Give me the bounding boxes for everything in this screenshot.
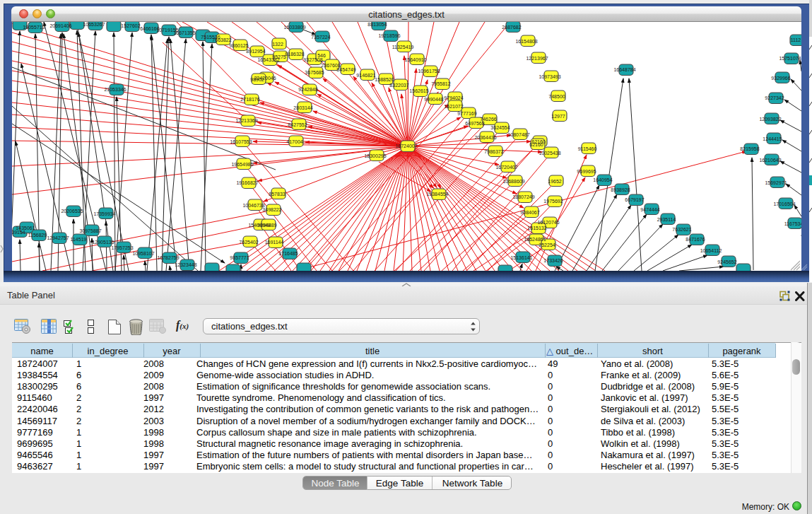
svg-text:10961758: 10961758 — [418, 69, 440, 74]
svg-text:15640910: 15640910 — [404, 57, 426, 62]
svg-text:417004: 417004 — [286, 139, 302, 144]
svg-text:9146821: 9146821 — [356, 73, 375, 78]
svg-text:8427552: 8427552 — [288, 122, 307, 127]
svg-text:3624554: 3624554 — [490, 125, 510, 130]
svg-text:16671355: 16671355 — [173, 30, 195, 35]
svg-text:20206535: 20206535 — [61, 209, 83, 214]
svg-text:10654112: 10654112 — [700, 248, 722, 253]
svg-text:10688609: 10688609 — [502, 179, 524, 184]
svg-text:7663822: 7663822 — [212, 37, 231, 42]
svg-text:16033809: 16033809 — [283, 25, 305, 30]
svg-text:7955812: 7955812 — [431, 81, 450, 86]
svg-text:9794024: 9794024 — [444, 95, 463, 100]
svg-text:9245652: 9245652 — [717, 259, 736, 264]
svg-text:12977: 12977 — [551, 114, 565, 119]
svg-text:7357224: 7357224 — [311, 35, 330, 40]
svg-text:62160: 62160 — [529, 142, 543, 147]
svg-text:9094489: 9094489 — [257, 223, 276, 228]
svg-text:3716485: 3716485 — [278, 251, 298, 256]
svg-text:17016504: 17016504 — [773, 201, 795, 206]
svg-text:1621072: 1621072 — [444, 104, 463, 109]
svg-text:8186328: 8186328 — [285, 52, 304, 57]
svg-text:2935114: 2935114 — [657, 217, 676, 222]
svg-text:16720407: 16720407 — [495, 165, 517, 170]
svg-text:17957253: 17957253 — [111, 245, 133, 250]
svg-text:8215958: 8215958 — [740, 146, 759, 151]
svg-text:19654985: 19654985 — [231, 162, 253, 167]
svg-text:1435061: 1435061 — [16, 226, 35, 230]
svg-text:12213967: 12213967 — [526, 56, 548, 61]
svg-text:19055713: 19055713 — [23, 25, 45, 30]
svg-text:1112: 1112 — [791, 37, 801, 42]
svg-text:18300295: 18300295 — [364, 153, 386, 158]
svg-text:95275: 95275 — [272, 54, 286, 59]
svg-text:15751074: 15751074 — [779, 56, 801, 61]
svg-text:9227342: 9227342 — [765, 95, 784, 100]
svg-text:2687682: 2687682 — [502, 25, 521, 30]
svg-text:30975887: 30975887 — [79, 228, 101, 233]
svg-text:9860125: 9860125 — [229, 43, 248, 48]
svg-text:2803144: 2803144 — [293, 105, 312, 110]
svg-text:12942757: 12942757 — [47, 235, 69, 240]
svg-text:18807249: 18807249 — [512, 194, 534, 199]
svg-text:10973493: 10973493 — [539, 74, 560, 79]
svg-text:16154808: 16154808 — [515, 39, 537, 44]
svg-text:7625402: 7625402 — [239, 240, 258, 245]
svg-text:1527602: 1527602 — [121, 23, 140, 28]
svg-text:1975692: 1975692 — [543, 199, 563, 204]
svg-text:39154: 39154 — [12, 230, 25, 235]
svg-text:9242848: 9242848 — [298, 87, 317, 92]
svg-text:1733426: 1733426 — [543, 258, 563, 263]
svg-text:8813054: 8813054 — [367, 22, 387, 27]
svg-text:1322: 1322 — [272, 42, 283, 47]
svg-text:1167534: 1167534 — [784, 221, 801, 226]
svg-text:20364436: 20364436 — [474, 135, 496, 140]
svg-text:8938928: 8938928 — [611, 187, 630, 192]
svg-text:16210643: 16210643 — [759, 158, 781, 163]
svg-text:10653267: 10653267 — [83, 22, 105, 27]
svg-text:1156829: 1156829 — [28, 233, 47, 238]
svg-text:857833: 857833 — [269, 192, 285, 197]
svg-text:15692971: 15692971 — [765, 180, 787, 185]
svg-text:8471676: 8471676 — [686, 237, 705, 242]
svg-text:9990448: 9990448 — [424, 97, 443, 102]
svg-text:17359934: 17359934 — [93, 211, 115, 216]
svg-text:16120746: 16120746 — [537, 220, 559, 225]
svg-text:98902: 98902 — [250, 77, 264, 82]
svg-text:19384554: 19384554 — [426, 192, 448, 197]
svg-text:19166827: 19166827 — [236, 180, 258, 185]
svg-text:252254: 252254 — [539, 243, 555, 247]
svg-text:3675685: 3675685 — [305, 70, 324, 75]
svg-text:8454749: 8454749 — [336, 67, 355, 72]
svg-text:19652: 19652 — [548, 179, 562, 184]
svg-text:9777169: 9777169 — [457, 111, 476, 116]
svg-text:9329966: 9329966 — [771, 76, 790, 81]
svg-text:9699695: 9699695 — [577, 169, 596, 174]
svg-text:7986372: 7986372 — [484, 149, 503, 154]
svg-text:1615132: 1615132 — [527, 226, 546, 230]
svg-text:1588520: 1588520 — [375, 77, 394, 82]
svg-text:12905135: 12905135 — [92, 240, 114, 245]
svg-text:746266: 746266 — [480, 117, 496, 122]
svg-text:546: 546 — [317, 53, 326, 58]
svg-text:18724007: 18724007 — [395, 144, 417, 148]
svg-text:748500: 748500 — [548, 94, 565, 99]
svg-text:1640954: 1640954 — [593, 177, 612, 182]
svg-text:9327508: 9327508 — [303, 57, 322, 62]
svg-text:114519: 114519 — [71, 237, 87, 242]
svg-text:15136141: 15136141 — [510, 255, 532, 260]
svg-text:16107553: 16107553 — [230, 139, 252, 144]
svg-text:1244415: 1244415 — [763, 136, 782, 141]
svg-text:16648784: 16648784 — [613, 67, 635, 72]
svg-text:3498222: 3498222 — [262, 207, 281, 212]
svg-text:1562615: 1562615 — [409, 88, 428, 93]
svg-text:8322037: 8322037 — [389, 83, 408, 88]
svg-text:19218596: 19218596 — [378, 33, 400, 38]
svg-text:12093822: 12093822 — [759, 117, 781, 122]
svg-text:21053346: 21053346 — [104, 87, 126, 92]
svg-text:9084067: 9084067 — [520, 210, 539, 215]
svg-text:8912954: 8912954 — [246, 49, 265, 54]
svg-text:16524861: 16524861 — [524, 237, 546, 242]
svg-text:6497568: 6497568 — [465, 121, 484, 126]
svg-text:20691406: 20691406 — [49, 23, 71, 28]
